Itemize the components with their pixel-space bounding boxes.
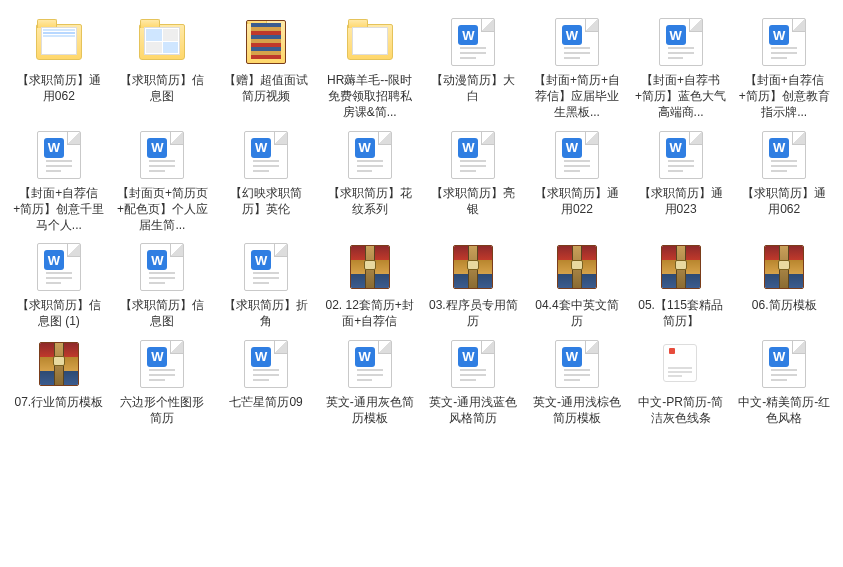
file-label: 中文-精美简历-红色风格 xyxy=(738,394,830,426)
file-label: 【求职简历】通用062 xyxy=(13,72,105,104)
file-item[interactable]: W 英文-通用浅蓝色风格简历 xyxy=(423,336,525,428)
file-label: 英文-通用浅棕色简历模板 xyxy=(531,394,623,426)
file-icon-wrap xyxy=(132,16,192,68)
word-doc-icon: W xyxy=(762,340,806,388)
file-item[interactable]: 02. 12套简历+封面+自荐信 xyxy=(319,239,421,331)
file-label: 05.【115套精品简历】 xyxy=(635,297,727,329)
word-doc-icon: W xyxy=(244,131,288,179)
file-item[interactable]: 【求职简历】信息图 xyxy=(112,14,214,123)
file-item[interactable]: W 【动漫简历】大白 xyxy=(423,14,525,123)
file-label: 【求职简历】通用022 xyxy=(531,185,623,217)
file-icon-wrap: W xyxy=(651,129,711,181)
file-label: 03.程序员专用简历 xyxy=(427,297,519,329)
word-doc-icon: W xyxy=(37,243,81,291)
file-label: 英文-通用浅蓝色风格简历 xyxy=(427,394,519,426)
file-label: 【赠】超值面试简历视频 xyxy=(220,72,312,104)
file-label: 【动漫简历】大白 xyxy=(427,72,519,104)
file-item[interactable]: W 【封面+简历+自荐信】应届毕业生黑板... xyxy=(526,14,628,123)
file-item[interactable]: 04.4套中英文简历 xyxy=(526,239,628,331)
file-item[interactable]: W 【求职简历】花纹系列 xyxy=(319,127,421,236)
rar-archive-icon xyxy=(661,245,701,289)
word-doc-icon: W xyxy=(244,243,288,291)
file-icon-wrap: W xyxy=(754,16,814,68)
file-item[interactable]: W 【求职简历】信息图 xyxy=(112,239,214,331)
word-doc-icon: W xyxy=(140,243,184,291)
file-label: 07.行业简历模板 xyxy=(14,394,103,410)
file-icon-wrap: W xyxy=(340,129,400,181)
word-doc-icon: W xyxy=(555,131,599,179)
file-icon-wrap xyxy=(340,241,400,293)
file-item[interactable]: W 【封面页+简历页+配色页】个人应届生简... xyxy=(112,127,214,236)
file-item[interactable]: 【求职简历】通用062 xyxy=(8,14,110,123)
file-item[interactable]: W 【封面+自荐书+简历】蓝色大气高端商... xyxy=(630,14,732,123)
rar-archive-icon xyxy=(39,342,79,386)
rar-archive-icon xyxy=(453,245,493,289)
file-label: 04.4套中英文简历 xyxy=(531,297,623,329)
file-icon-wrap: W xyxy=(443,129,503,181)
file-label: 【封面+自荐书+简历】蓝色大气高端商... xyxy=(635,72,727,121)
file-icon-wrap: W xyxy=(443,338,503,390)
file-icon-wrap xyxy=(236,16,296,68)
file-item[interactable]: W 中文-精美简历-红色风格 xyxy=(733,336,835,428)
file-label: 七芒星简历09 xyxy=(229,394,302,410)
word-doc-icon: W xyxy=(451,18,495,66)
file-icon-wrap: W xyxy=(547,338,607,390)
file-item[interactable]: W 【求职简历】通用023 xyxy=(630,127,732,236)
file-item[interactable]: HR薅羊毛--限时免费领取招聘私房课&简... xyxy=(319,14,421,123)
file-item[interactable]: 07.行业简历模板 xyxy=(8,336,110,428)
file-item[interactable]: W 六边形个性图形简历 xyxy=(112,336,214,428)
folder-icon xyxy=(36,24,82,60)
file-item[interactable]: W 【封面+自荐信+简历】创意教育指示牌... xyxy=(733,14,835,123)
word-doc-icon: W xyxy=(140,340,184,388)
folder-icon xyxy=(246,20,286,64)
file-icon-wrap xyxy=(443,241,503,293)
word-doc-icon: W xyxy=(451,131,495,179)
file-icon-wrap: W xyxy=(443,16,503,68)
file-item[interactable]: 【赠】超值面试简历视频 xyxy=(215,14,317,123)
rar-archive-icon xyxy=(350,245,390,289)
file-label: 【幻映求职简历】英伦 xyxy=(220,185,312,217)
file-item[interactable]: W 【封面+自荐信+简历】创意千里马个人... xyxy=(8,127,110,236)
file-item[interactable]: W 【求职简历】信息图 (1) xyxy=(8,239,110,331)
file-item[interactable]: W 【求职简历】亮银 xyxy=(423,127,525,236)
file-item[interactable]: W 【求职简历】通用062 xyxy=(733,127,835,236)
word-doc-icon: W xyxy=(348,131,392,179)
file-icon-wrap: W xyxy=(340,338,400,390)
file-icon-wrap: W xyxy=(236,241,296,293)
file-icon-wrap: W xyxy=(132,338,192,390)
file-item[interactable]: 中文-PR简历-简洁灰色线条 xyxy=(630,336,732,428)
file-icon-wrap: W xyxy=(29,129,89,181)
file-item[interactable]: 05.【115套精品简历】 xyxy=(630,239,732,331)
word-doc-icon: W xyxy=(659,18,703,66)
file-item[interactable]: 06.简历模板 xyxy=(733,239,835,331)
word-doc-icon: W xyxy=(555,18,599,66)
file-icon-wrap xyxy=(340,16,400,68)
file-label: 【求职简历】信息图 xyxy=(116,72,208,104)
file-icon-wrap xyxy=(29,16,89,68)
word-doc-icon: W xyxy=(348,340,392,388)
file-item[interactable]: W 【求职简历】通用022 xyxy=(526,127,628,236)
file-item[interactable]: W 【求职简历】折角 xyxy=(215,239,317,331)
file-label: 06.简历模板 xyxy=(752,297,817,313)
file-item[interactable]: W 英文-通用灰色简历模板 xyxy=(319,336,421,428)
file-label: 02. 12套简历+封面+自荐信 xyxy=(324,297,416,329)
file-icon-wrap xyxy=(547,241,607,293)
wps-doc-icon xyxy=(659,340,703,388)
folder-icon xyxy=(347,24,393,60)
file-label: HR薅羊毛--限时免费领取招聘私房课&简... xyxy=(324,72,416,121)
word-doc-icon: W xyxy=(659,131,703,179)
file-label: 六边形个性图形简历 xyxy=(116,394,208,426)
file-label: 【求职简历】信息图 xyxy=(116,297,208,329)
file-item[interactable]: W 【幻映求职简历】英伦 xyxy=(215,127,317,236)
file-label: 英文-通用灰色简历模板 xyxy=(324,394,416,426)
word-doc-icon: W xyxy=(555,340,599,388)
file-item[interactable]: W 英文-通用浅棕色简历模板 xyxy=(526,336,628,428)
file-icon-wrap: W xyxy=(29,241,89,293)
file-grid: 【求职简历】通用062 【求职简历】信息图 【赠】超值面试简历视频 HR薅羊毛-… xyxy=(0,0,843,436)
word-doc-icon: W xyxy=(140,131,184,179)
file-icon-wrap xyxy=(651,241,711,293)
file-icon-wrap xyxy=(651,338,711,390)
file-label: 【求职简历】花纹系列 xyxy=(324,185,416,217)
file-item[interactable]: 03.程序员专用简历 xyxy=(423,239,525,331)
file-item[interactable]: W 七芒星简历09 xyxy=(215,336,317,428)
